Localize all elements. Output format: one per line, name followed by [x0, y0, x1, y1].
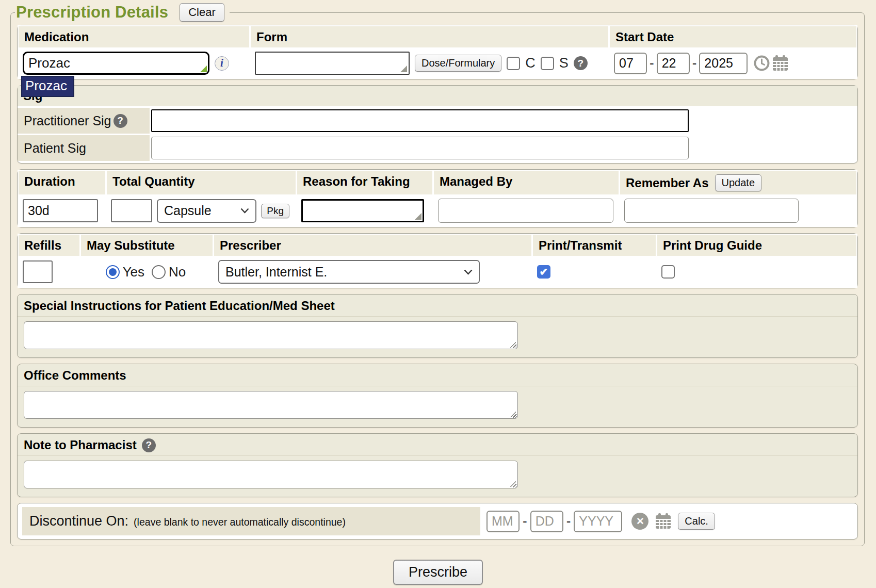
may-substitute-header: May Substitute: [81, 235, 213, 256]
substitute-no-radio[interactable]: [152, 265, 166, 279]
practitioner-sig-label: Practitioner Sig: [24, 113, 111, 128]
quantity-unit-select[interactable]: Capsule: [157, 199, 256, 223]
patient-sig-label-cell: Patient Sig: [18, 135, 150, 161]
chevron-down-icon: [240, 208, 249, 214]
duration-header: Duration: [19, 171, 105, 194]
special-instructions-header: Special Instructions for Patient Educati…: [18, 295, 857, 317]
substitute-no-label: No: [169, 264, 186, 280]
chevron-down-icon: [464, 269, 473, 275]
pkg-button[interactable]: Pkg: [261, 204, 289, 218]
remember-as-header: Remember As: [626, 176, 709, 190]
medication-suggestion-dropdown: Prozac: [21, 76, 74, 97]
discontinue-year-input[interactable]: [574, 511, 622, 532]
discontinue-hint: (leave blank to never automatically disc…: [134, 516, 346, 528]
prescription-details-legend: Prescription Details Clear: [15, 3, 230, 22]
medication-input[interactable]: [23, 52, 209, 75]
office-comments-section: Office Comments: [17, 364, 858, 428]
medication-header: Medication: [19, 26, 249, 47]
c-checkbox[interactable]: [507, 57, 520, 70]
sig-section: Sig Practitioner Sig? Patient Sig: [17, 85, 858, 164]
practitioner-sig-label-cell: Practitioner Sig?: [18, 108, 150, 134]
medication-suggestion-item[interactable]: Prozac: [22, 77, 73, 96]
refills-section: Refills May Substitute Prescriber Print/…: [17, 233, 858, 288]
prescribe-button[interactable]: Prescribe: [393, 560, 483, 585]
practitioner-sig-input[interactable]: [151, 109, 689, 132]
s-checkbox-label: S: [559, 55, 569, 71]
prescriber-value: Butler, Internist E.: [225, 265, 327, 280]
prescriber-header: Prescriber: [214, 235, 531, 256]
dose-formulary-button[interactable]: Dose/Formulary: [415, 55, 501, 72]
note-to-pharmacist-section: Note to Pharmacist ?: [17, 433, 858, 497]
page-title: Prescription Details: [16, 3, 168, 22]
calendar-icon[interactable]: [772, 55, 789, 72]
print-transmit-header: Print/Transmit: [533, 235, 656, 256]
discontinue-section: Discontinue On: (leave blank to never au…: [17, 503, 858, 540]
s-checkbox[interactable]: [541, 57, 554, 70]
remember-as-header-cell: Remember As Update: [620, 171, 856, 194]
date-separator: -: [692, 55, 697, 71]
date-separator: -: [523, 513, 527, 529]
clear-button[interactable]: Clear: [180, 3, 224, 22]
discontinue-day-input[interactable]: [530, 511, 563, 532]
note-to-pharmacist-textarea[interactable]: [24, 461, 518, 488]
form-header: Form: [251, 26, 608, 47]
reason-header: Reason for Taking: [297, 171, 432, 194]
date-separator: -: [566, 513, 571, 529]
prescription-details-fieldset: Prescription Details Clear Medication Fo…: [10, 3, 865, 546]
special-instructions-section: Special Instructions for Patient Educati…: [17, 294, 858, 358]
managed-by-header: Managed By: [434, 171, 619, 194]
start-date-header: Start Date: [610, 26, 856, 47]
remember-as-input[interactable]: [624, 199, 799, 223]
info-icon[interactable]: i: [215, 56, 229, 71]
medication-input-wrap: Prozac: [23, 52, 209, 75]
refills-header: Refills: [19, 235, 79, 256]
note-to-pharmacist-header: Note to Pharmacist: [24, 438, 137, 452]
special-instructions-textarea[interactable]: [24, 321, 518, 349]
practitioner-sig-help-icon[interactable]: ?: [113, 114, 127, 128]
cs-help-icon[interactable]: ?: [574, 56, 588, 70]
prescriber-select[interactable]: Butler, Internist E.: [218, 260, 480, 284]
note-to-pharmacist-help-icon[interactable]: ?: [142, 438, 156, 452]
managed-by-input[interactable]: [438, 199, 613, 223]
calc-button[interactable]: Calc.: [678, 513, 715, 530]
substitute-yes-label: Yes: [123, 264, 144, 280]
total-quantity-header: Total Quantity: [107, 171, 296, 194]
print-drug-guide-checkbox[interactable]: [661, 265, 675, 279]
start-month-input[interactable]: [614, 53, 647, 74]
discontinue-month-input[interactable]: [486, 511, 520, 532]
refills-input[interactable]: [23, 260, 53, 283]
duration-section: Duration Total Quantity Reason for Takin…: [17, 169, 858, 227]
reason-input-wrap: [301, 199, 424, 222]
duration-input[interactable]: [23, 199, 98, 222]
calendar-icon[interactable]: [655, 513, 672, 530]
print-transmit-checkbox[interactable]: [537, 265, 550, 279]
update-button[interactable]: Update: [715, 174, 762, 191]
time-icon[interactable]: [754, 55, 770, 71]
patient-sig-input[interactable]: [151, 137, 689, 159]
form-input-wrap: [255, 52, 410, 75]
patient-sig-label: Patient Sig: [24, 141, 86, 156]
start-day-input[interactable]: [657, 53, 690, 74]
quantity-unit-value: Capsule: [164, 203, 212, 218]
office-comments-textarea[interactable]: [24, 391, 518, 419]
print-drug-guide-header: Print Drug Guide: [657, 235, 856, 256]
date-separator: -: [650, 55, 654, 71]
office-comments-header: Office Comments: [18, 364, 857, 386]
form-input[interactable]: [255, 52, 410, 75]
substitute-yes-radio[interactable]: [106, 265, 120, 279]
sig-legend: Sig: [18, 86, 857, 106]
reason-input[interactable]: [301, 199, 424, 222]
discontinue-label: Discontinue On:: [29, 513, 128, 529]
c-checkbox-label: C: [525, 55, 536, 71]
quantity-input[interactable]: [111, 199, 152, 222]
medication-section: Medication Form Start Date Prozac i Do: [17, 25, 858, 79]
clear-date-icon[interactable]: ✕: [631, 513, 648, 530]
discontinue-label-cell: Discontinue On: (leave blank to never au…: [22, 507, 480, 535]
start-year-input[interactable]: [699, 53, 748, 74]
